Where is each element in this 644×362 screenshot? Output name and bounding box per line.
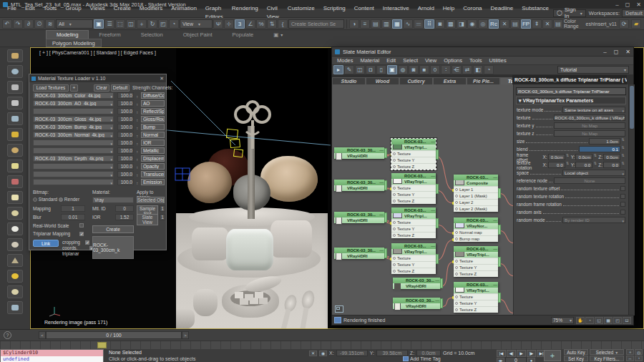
- node-output-tab[interactable]: [384, 148, 387, 158]
- param-x-spinner[interactable]: 0.0cm: [548, 154, 565, 160]
- pick-material-icon[interactable]: ✎: [344, 65, 354, 74]
- node-port-texture-z[interactable]: Texture Z: [454, 270, 498, 277]
- strength-spinner[interactable]: 100.0: [117, 116, 134, 122]
- texture-file-dropdown[interactable]: ROCK-03_300cm_Normal_4k.jpg: [33, 132, 114, 138]
- slate-maximize-button[interactable]: ◻: [614, 49, 619, 55]
- redo-icon[interactable]: ↷: [13, 19, 23, 29]
- pan-hand-icon[interactable]: ✋: [576, 317, 585, 324]
- slate-menu-material[interactable]: Material: [357, 57, 384, 64]
- node-port-texture[interactable]: Texture: [391, 255, 436, 261]
- slate-tab-extra[interactable]: Extra: [433, 77, 467, 84]
- polygon-modeling-chip[interactable]: Polygon Modeling: [46, 39, 102, 47]
- assign-material-icon[interactable]: ◘: [366, 65, 376, 74]
- channel-button-metallic[interactable]: Metallic: [141, 147, 165, 154]
- help-icon[interactable]: ?: [4, 331, 11, 339]
- texture-file-dropdown[interactable]: ROCK-03_300cm_Gloss_4k.jpg: [33, 116, 114, 122]
- sign-in-button[interactable]: ◯ Sign In: [553, 9, 586, 17]
- percent-snap-icon[interactable]: %: [256, 19, 266, 29]
- node-output-tab[interactable]: [498, 225, 501, 235]
- material-node[interactable]: ROCK-03...—VRayTripl...TextureTexture YT…: [454, 282, 498, 313]
- node-output-tab[interactable]: [440, 298, 443, 308]
- default-button[interactable]: Default: [111, 84, 130, 92]
- material-node[interactable]: ROCK-03_30...—VRayHDRI: [334, 212, 384, 223]
- texture-file-dropdown[interactable]: ROCK-03_300cm_AO_4k.jpg: [33, 100, 114, 107]
- slate-menu-edit[interactable]: Edit: [383, 57, 399, 64]
- node-output-tab[interactable]: [436, 150, 439, 160]
- texture-file-dropdown[interactable]: [33, 179, 114, 185]
- param-x-spinner[interactable]: 0.0: [548, 162, 565, 168]
- select-tool-icon[interactable]: ▸: [333, 65, 343, 74]
- clear-button[interactable]: Clear: [94, 84, 109, 92]
- selection-filter-dropdown[interactable]: All: [56, 19, 93, 29]
- fp-icon[interactable]: FP: [521, 19, 531, 29]
- add-time-tag[interactable]: Add Time Tag: [403, 356, 441, 361]
- dope-sheet-icon[interactable]: 𝄙: [414, 19, 424, 29]
- render-icon[interactable]: ◉: [467, 19, 477, 29]
- rect-selection-icon[interactable]: ⬚: [115, 19, 125, 29]
- cloud-icon[interactable]: [7, 65, 23, 78]
- node-port-texture-y[interactable]: Texture Y: [454, 300, 498, 306]
- param-dropdown[interactable]: Same texture on all axes: [562, 107, 625, 113]
- sun-icon[interactable]: [7, 270, 23, 283]
- param-checkbox[interactable]: [620, 186, 625, 191]
- material-node[interactable]: ROCK-03_30...—VRayHDRI: [334, 147, 384, 159]
- rendered-frame-icon[interactable]: ◨: [457, 19, 467, 29]
- filters-icon[interactable]: ⇄: [462, 65, 472, 74]
- node-port-texture-z[interactable]: Texture Z: [391, 268, 436, 274]
- node-output-tab[interactable]: [384, 212, 387, 222]
- isolate-toggle-icon[interactable]: ✕: [309, 351, 317, 356]
- delete-node-icon[interactable]: ▯: [376, 65, 386, 74]
- material-thumbnail[interactable]: ROCK-03_300cm_k: [92, 236, 134, 259]
- slate-tab-pie-pie-[interactable]: Pie Pie...: [467, 77, 500, 84]
- node-output-tab[interactable]: [436, 254, 439, 264]
- track-bar-slider[interactable]: [97, 342, 107, 348]
- snap-toggle-icon[interactable]: ⊹: [224, 19, 234, 29]
- zoom-selected-icon[interactable]: ◰: [613, 317, 622, 324]
- minimize-button[interactable]: –: [615, 1, 618, 8]
- spinner-arrows-icon[interactable]: ⇅: [592, 154, 597, 160]
- node-port-texture-z[interactable]: Texture Z: [391, 232, 436, 238]
- material-name-field[interactable]: ROCK-03_300cm_k diffuse Triplanar TriPla…: [516, 87, 626, 95]
- sample-slot-spinner[interactable]: 1: [160, 205, 165, 212]
- material-node[interactable]: ROCK-03...—VRayNor...Normal mapBump map: [454, 217, 498, 242]
- close-button[interactable]: ✕: [636, 1, 641, 8]
- unlink-selection-icon[interactable]: ∅: [34, 19, 44, 29]
- texture-file-dropdown[interactable]: [33, 171, 114, 177]
- notes-icon[interactable]: [7, 97, 23, 109]
- render-radio[interactable]: [59, 197, 63, 202]
- angle-snap-icon[interactable]: ∠: [245, 19, 255, 29]
- parameter-scrollbar[interactable]: [628, 84, 635, 315]
- blur-spinner[interactable]: 0.01: [61, 214, 85, 220]
- node-collapse-icon[interactable]: —: [493, 175, 497, 180]
- zoom-level-dropdown[interactable]: 75%: [551, 317, 574, 324]
- node-collapse-icon[interactable]: —: [435, 298, 439, 303]
- placement-icon[interactable]: ◔: [169, 19, 179, 29]
- waves-icon[interactable]: [7, 301, 23, 314]
- node-port-bump-map[interactable]: Bump map: [454, 235, 498, 242]
- orbit-icon[interactable]: ◔: [635, 356, 643, 361]
- butter-icon[interactable]: ▰: [631, 19, 641, 29]
- slate-search-dropdown[interactable]: Tutorial: [557, 66, 629, 74]
- default-in-out-tangent-icon[interactable]: ●: [527, 358, 535, 362]
- teapot-icon[interactable]: [7, 238, 23, 251]
- param-map-button[interactable]: ROCK-03_300cm_k diffuse ( VRayHDRI ): [554, 114, 625, 121]
- node-output-tab[interactable]: [436, 184, 439, 194]
- channel-button-translucency[interactable]: Translucency: [141, 171, 165, 177]
- node-output-tab[interactable]: [384, 248, 387, 258]
- window-crossing-icon[interactable]: ◫: [126, 19, 136, 29]
- node-collapse-icon[interactable]: —: [379, 212, 384, 217]
- texture-file-dropdown[interactable]: [33, 147, 114, 154]
- show-map-icon[interactable]: ▣: [387, 65, 397, 74]
- rotate-icon[interactable]: ↻: [147, 19, 157, 29]
- flower-icon[interactable]: [7, 175, 23, 188]
- texture-file-dropdown[interactable]: ROCK-03_300cm_Color_4k.jpg: [33, 92, 114, 99]
- param-checkbox[interactable]: [620, 202, 625, 207]
- pan-to-selected-icon[interactable]: ⊡: [623, 317, 631, 324]
- layer-manager-icon[interactable]: ▤: [371, 19, 381, 29]
- param-spinner[interactable]: 0.1: [579, 146, 620, 152]
- slate-view-spinner[interactable]: 1: [160, 214, 165, 220]
- zoom-extents-all-button[interactable]: +: [544, 350, 561, 361]
- slate-menu-modes[interactable]: Modes: [333, 57, 357, 64]
- ribbon-tab-modeling[interactable]: Modeling: [46, 30, 89, 39]
- node-port-texture[interactable]: Texture: [391, 150, 436, 157]
